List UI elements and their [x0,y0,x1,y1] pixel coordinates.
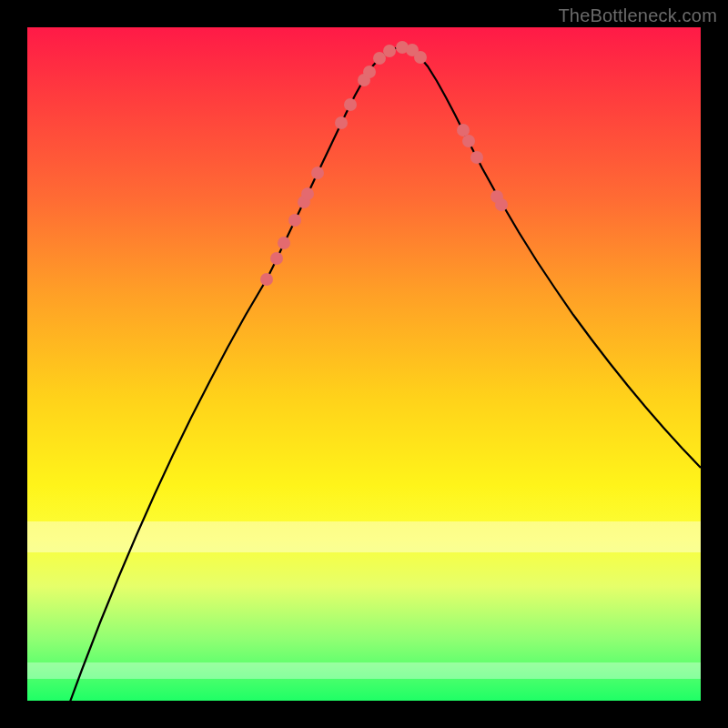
curve-dot [344,98,357,111]
curve-dot [462,135,475,147]
curve-dot [301,187,314,200]
curve-dot [457,124,470,136]
curve-dot [270,252,283,265]
plot-area [27,27,701,701]
chart-svg [27,27,701,701]
curve-dot [495,198,508,211]
curve-dot [470,151,483,164]
curve-dot [311,167,324,179]
curve-markers [260,41,508,286]
curve-dot [278,237,290,249]
chart-frame: TheBottleneck.com [0,0,728,728]
bottleneck-curve [64,47,701,719]
curve-dot [383,45,396,57]
curve-dot [414,51,427,64]
curve-dot [335,116,348,129]
curve-dot [288,214,301,227]
curve-dot [363,66,376,78]
curve-dot [260,273,273,286]
watermark-text: TheBottleneck.com [558,5,717,26]
